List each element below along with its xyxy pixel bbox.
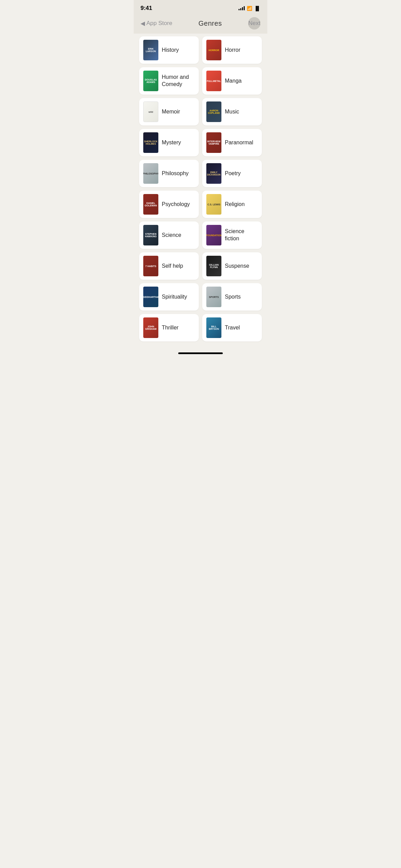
genre-label-thriller: Thriller: [162, 324, 179, 331]
battery-icon: ▐▌: [254, 6, 260, 11]
genre-card-sports[interactable]: SPORTSSports: [202, 283, 262, 311]
genre-label-philosophy: Philosophy: [162, 170, 189, 177]
book-cover-humor: DOUGLAS ADAMS: [143, 71, 158, 91]
next-button[interactable]: Next: [248, 17, 260, 29]
book-cover-paranormal: INTERVIEW VAMPIRE: [206, 132, 221, 153]
genre-card-philosophy[interactable]: PHILOSOPHYPhilosophy: [139, 160, 199, 187]
genre-card-religion[interactable]: C.S. LEWISReligion: [202, 191, 262, 218]
genre-label-horror: Horror: [225, 47, 240, 54]
book-cover-memoir: wild: [143, 101, 158, 122]
genre-label-mystery: Mystery: [162, 139, 181, 146]
genre-label-manga: Manga: [225, 77, 242, 85]
genre-label-spirituality: Spirituality: [162, 293, 187, 301]
next-label: Next: [248, 20, 260, 27]
status-bar: 9:41 📶 ▐▌: [134, 0, 267, 14]
genre-label-psychology: Psychology: [162, 201, 190, 208]
genre-label-humor: Humor and Comedy: [162, 74, 195, 88]
genre-card-mystery[interactable]: SHERLOCK HOLMESMystery: [139, 129, 199, 156]
wifi-icon: 📶: [247, 6, 252, 11]
genre-card-travel[interactable]: BILL BRYSONTravel: [202, 314, 262, 341]
signal-icon: [239, 6, 245, 10]
genre-label-poetry: Poetry: [225, 170, 241, 177]
book-cover-religion: C.S. LEWIS: [206, 194, 221, 215]
genre-card-science[interactable]: STEPHEN HAWKINGScience: [139, 221, 199, 249]
genre-card-history[interactable]: ERIK LARSONHistory: [139, 36, 199, 64]
genre-label-history: History: [162, 47, 179, 54]
genre-label-science: Science: [162, 232, 181, 239]
genre-card-memoir[interactable]: wildMemoir: [139, 98, 199, 125]
book-cover-science: STEPHEN HAWKING: [143, 225, 158, 245]
genre-card-horror[interactable]: HORRORHorror: [202, 36, 262, 64]
genres-grid: ERIK LARSONHistoryHORRORHorrorDOUGLAS AD…: [134, 34, 267, 350]
genre-label-paranormal: Paranormal: [225, 139, 253, 146]
book-cover-mystery: SHERLOCK HOLMES: [143, 132, 158, 153]
book-cover-philosophy: PHILOSOPHY: [143, 163, 158, 184]
book-cover-poetry: EMILY DICKINSON: [206, 163, 221, 184]
book-cover-horror: HORROR: [206, 40, 221, 60]
genre-card-scifi[interactable]: FOUNDATIONScience fiction: [202, 221, 262, 249]
back-button[interactable]: ◀ App Store: [141, 20, 172, 27]
status-icons: 📶 ▐▌: [239, 6, 260, 11]
book-cover-sports: SPORTS: [206, 287, 221, 307]
genre-card-selfhelp[interactable]: 7 HABITSSelf help: [139, 252, 199, 280]
genre-label-suspense: Suspense: [225, 263, 249, 270]
page-title: Genres: [198, 20, 222, 27]
genre-card-thriller[interactable]: JOHN GRISHAMThriller: [139, 314, 199, 341]
nav-bar: ◀ App Store Genres Next: [134, 14, 267, 34]
book-cover-selfhelp: 7 HABITS: [143, 256, 158, 276]
genre-card-suspense[interactable]: GILLIAN FLYNNSuspense: [202, 252, 262, 280]
genre-label-travel: Travel: [225, 324, 240, 331]
status-time: 9:41: [141, 5, 152, 12]
genre-card-paranormal[interactable]: INTERVIEW VAMPIREParanormal: [202, 129, 262, 156]
genre-card-poetry[interactable]: EMILY DICKINSONPoetry: [202, 160, 262, 187]
genre-card-spirituality[interactable]: SIDDHARTHASpirituality: [139, 283, 199, 311]
book-cover-scifi: FOUNDATION: [206, 225, 221, 245]
book-cover-spirituality: SIDDHARTHA: [143, 287, 158, 307]
genre-label-memoir: Memoir: [162, 108, 180, 116]
book-cover-manga: FULLMETAL: [206, 71, 221, 91]
home-indicator: [134, 350, 267, 355]
book-cover-history: ERIK LARSON: [143, 40, 158, 60]
genre-card-psychology[interactable]: DANIEL GOLEMANPsychology: [139, 191, 199, 218]
genre-label-music: Music: [225, 108, 239, 116]
genre-label-sports: Sports: [225, 293, 241, 301]
book-cover-travel: BILL BRYSON: [206, 317, 221, 338]
genre-label-religion: Religion: [225, 201, 245, 208]
genre-card-manga[interactable]: FULLMETALManga: [202, 67, 262, 95]
genre-label-scifi: Science fiction: [225, 228, 258, 242]
back-label: App Store: [146, 20, 172, 27]
genre-card-music[interactable]: AARON COPLANDMusic: [202, 98, 262, 125]
back-arrow-icon: ◀: [141, 20, 145, 27]
book-cover-thriller: JOHN GRISHAM: [143, 317, 158, 338]
book-cover-psychology: DANIEL GOLEMAN: [143, 194, 158, 215]
book-cover-music: AARON COPLAND: [206, 101, 221, 122]
home-bar: [178, 352, 223, 354]
genre-card-humor[interactable]: DOUGLAS ADAMSHumor and Comedy: [139, 67, 199, 95]
genre-label-selfhelp: Self help: [162, 263, 183, 270]
book-cover-suspense: GILLIAN FLYNN: [206, 256, 221, 276]
